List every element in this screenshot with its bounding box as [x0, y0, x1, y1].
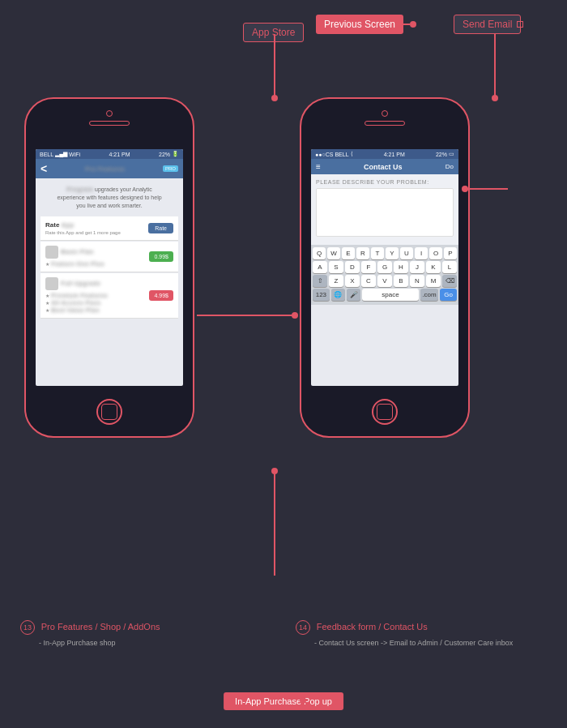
phone1-home-inner [101, 404, 117, 420]
connector-line-appstore [274, 34, 275, 97]
key-v[interactable]: V [377, 275, 392, 287]
phone1-back-button[interactable]: < [40, 162, 47, 175]
bottom-label-2-desc: - Contact Us screen -> Email to Admin / … [296, 639, 513, 647]
key-d[interactable]: D [345, 261, 360, 273]
phone2-statusbar: ●●○CS BELL ⟨ 4:21 PM 22% ▭ [311, 149, 458, 159]
bottom-label-1-header: 13 Pro Features / Shop / AddOns [20, 620, 160, 635]
key-k[interactable]: K [426, 261, 441, 273]
key-o[interactable]: O [429, 247, 442, 259]
key-g[interactable]: G [377, 261, 392, 273]
phone1-item2: Full Upgrade ★ Premium Features ★ All Ac… [40, 273, 178, 319]
prevscreen-label: Previous Screen [316, 15, 403, 34]
key-z[interactable]: Z [329, 275, 343, 287]
connector-line-sendemail [494, 34, 496, 97]
key-w[interactable]: W [327, 247, 340, 259]
phone2-time: 4:21 PM [384, 152, 405, 157]
key-j[interactable]: J [410, 261, 424, 273]
phone1-rate-info: Rate App Rate this App and get 1 more pa… [45, 221, 121, 235]
phone1-item2-feat2-icon: ★ [45, 300, 49, 306]
key-b[interactable]: B [394, 275, 408, 287]
key-backspace[interactable]: ⌫ [442, 275, 457, 287]
key-n[interactable]: N [410, 275, 424, 287]
key-f[interactable]: F [361, 261, 376, 273]
key-q[interactable]: Q [313, 247, 326, 259]
key-x[interactable]: X [345, 275, 360, 287]
key-globe[interactable]: 🌐 [331, 289, 345, 301]
phone1-rate-blur: App [62, 221, 75, 229]
phone1-carrier: BELL [40, 152, 53, 157]
phone1-rate-button[interactable]: Rate [148, 223, 173, 233]
phone2-nav-title: Contact Us [321, 163, 446, 171]
key-h[interactable]: H [394, 261, 408, 273]
inapp-label-dot [300, 697, 306, 704]
phone1-item2-name: Full Upgrade [61, 280, 100, 287]
key-a[interactable]: A [313, 261, 327, 273]
phone2-speaker [364, 121, 405, 126]
connector-square [517, 21, 523, 28]
phone2-action-button[interactable]: Do [446, 163, 454, 170]
phone1-content: Program upgrades your Analyticexperience… [36, 178, 183, 326]
phone1-rate-title: Rate App [45, 221, 121, 229]
keyboard-row-bottom: 123 🌐 🎤 space .com Go [313, 289, 457, 301]
key-i[interactable]: I [415, 247, 428, 259]
key-dotcom[interactable]: .com [420, 289, 439, 301]
phone1-item1-icon [45, 246, 58, 259]
phone2-textarea[interactable] [316, 188, 454, 237]
bottom-label-2-title: Feedback form / Contact Us [317, 622, 428, 632]
phone2-battery-pct: 22% [436, 152, 447, 157]
phone2-camera [382, 110, 388, 117]
keyboard-row3: ⇧ Z X C V B N M ⌫ [313, 275, 457, 287]
phone1-top [89, 110, 130, 126]
phone1-rate-section: Rate App Rate this App and get 1 more pa… [40, 216, 178, 241]
phone1-title-blur: Pro Features [85, 165, 125, 173]
key-e[interactable]: E [342, 247, 355, 259]
keyboard-row1: Q W E R T Y U I O P [313, 247, 457, 259]
bottom-label-1-number: 13 [20, 620, 35, 635]
key-p[interactable]: P [444, 247, 457, 259]
phone1-item2-feat1-icon: ★ [45, 293, 49, 298]
inapp-connector-line [274, 470, 275, 576]
key-shift[interactable]: ⇧ [313, 275, 327, 287]
phone1-home-button[interactable] [96, 399, 122, 425]
phone1-item2-title: Full Upgrade [45, 277, 149, 290]
key-t[interactable]: T [371, 247, 384, 259]
phone2-keyboard: Q W E R T Y U I O P A S D F G H J K L [311, 245, 458, 305]
phone1-item2-feature3: ★ Best Value Plan [45, 306, 149, 314]
phone1-item2-price-btn[interactable]: 4.99$ [149, 290, 173, 301]
phone1-status-left: BELL ▂▄▆ WiFi [40, 151, 80, 157]
key-c[interactable]: C [361, 275, 376, 287]
top-annotation-area: App Store Previous Screen Send Email [0, 0, 567, 81]
phone2-carrier: ●●○CS [315, 152, 333, 157]
key-y[interactable]: Y [386, 247, 399, 259]
price099-connector-dot [292, 312, 298, 319]
phone1-wifi: WiFi [69, 152, 80, 157]
connector-dot-1 [410, 21, 416, 28]
phone1-screen: BELL ▂▄▆ WiFi 4:21 PM 22% 🔋 < Pro Featur… [36, 149, 183, 386]
key-m[interactable]: M [426, 275, 441, 287]
key-l[interactable]: L [442, 261, 457, 273]
phone1-battery-pct: 22% [159, 152, 170, 157]
phone1-item1-price-btn[interactable]: 0.99$ [149, 251, 173, 262]
phone1-item2-feature1: ★ Premium Features [45, 292, 149, 299]
connector-dot-sendemail [492, 95, 498, 101]
phone2-problem-label: PLEASE DESCRIBE YOUR PROBLEM: [316, 179, 454, 185]
key-123[interactable]: 123 [313, 289, 330, 301]
phone1-item2-icon [45, 277, 58, 290]
connector-line-1 [400, 24, 410, 25]
key-s[interactable]: S [329, 261, 343, 273]
phone2-mockup: ●●○CS BELL ⟨ 4:21 PM 22% ▭ ≡ Contact Us … [300, 97, 470, 438]
do-connector-dot [462, 186, 468, 192]
phone2-home-button[interactable] [372, 399, 398, 425]
phone1-item1-feature-icon: ★ [45, 261, 49, 267]
key-go[interactable]: Go [440, 289, 457, 301]
phone2-home-inner [377, 404, 393, 420]
bottom-label-2: 14 Feedback form / Contact Us - Contact … [296, 620, 513, 647]
phone1-item2-feat3-icon: ★ [45, 307, 49, 313]
key-space[interactable]: space [362, 289, 418, 301]
phone1-desc-blur: Program [66, 185, 93, 194]
phone1-item1-feature: ★ Feature One Plus [45, 260, 149, 268]
key-u[interactable]: U [400, 247, 413, 259]
key-mic[interactable]: 🎤 [347, 289, 360, 301]
key-r[interactable]: R [356, 247, 369, 259]
do-connector-line [463, 188, 508, 190]
